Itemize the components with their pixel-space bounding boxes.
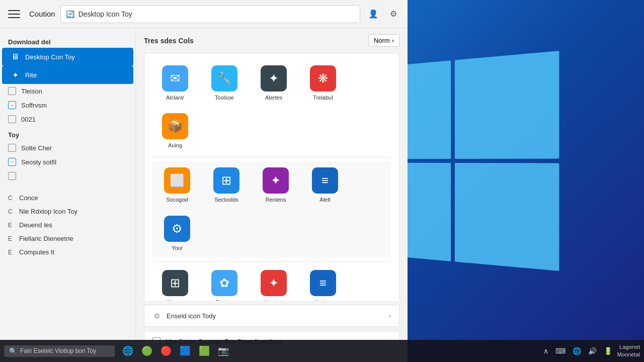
checkbox-seosty[interactable]: −	[8, 158, 16, 166]
app-icon-secloolds: ⊞	[213, 167, 239, 194]
bottom-item-enseld[interactable]: ⊙ Enseld icon Tody ›	[144, 305, 399, 327]
app-name-rentens: Rentens	[266, 197, 286, 203]
camera-icon: 📷	[218, 345, 229, 356]
sidebar-icon-1: 🖥	[10, 52, 20, 62]
search-icon: 🔄	[66, 10, 74, 18]
sidebar-checkbox-seosty[interactable]: − Seosty sotfil	[0, 155, 135, 169]
nav-label-nie: Nie Rdxtop Icon Toy	[19, 208, 77, 215]
apps-row-2: ⬜ Socogod ⊞ Secloolds ✦ Rentens ≡	[152, 161, 391, 257]
app-name-trelabul: Trelabul	[313, 95, 333, 101]
app-icon-toolsoe: 🔧	[211, 65, 237, 92]
taskbar-datetime: Lagorret Moonetal	[617, 343, 640, 359]
checkbox-empty[interactable]	[8, 172, 16, 180]
app-item-rentens[interactable]: ✦ Rentens	[253, 163, 298, 207]
app-icon-aloense: ✦	[261, 270, 287, 296]
taskbar-right: ∧ ⌨ 🌐 🔊 🔋 Lagorret Moonetal	[541, 343, 640, 359]
top-bar-actions: 👤 ⚙	[365, 6, 401, 22]
nav-icon-c1: C	[8, 195, 16, 202]
toy-category: Toy	[0, 126, 135, 141]
browser-icon: 🌐	[122, 345, 133, 356]
app-icon-norice: ≡	[310, 270, 336, 296]
search-input[interactable]	[78, 10, 355, 18]
taskbar-keyboard-icon[interactable]: ⌨	[553, 345, 568, 357]
main-content: Download del 🖥 Desktop Con Toy ✦ Rite Tl…	[0, 28, 408, 362]
sidebar-checkbox-soffrvsm[interactable]: − Soffrvsm	[0, 98, 135, 112]
taskbar-network-icon[interactable]: 🌐	[571, 345, 583, 357]
sidebar-nav-deuend[interactable]: E Deuend les	[0, 218, 135, 232]
grid-separator-1	[152, 157, 391, 157]
app-item-alclant[interactable]: ✉ Alclant/	[152, 61, 198, 105]
sidebar-checkbox-0021[interactable]: 0021	[0, 112, 135, 126]
nav-label-deuend: Deuend les	[19, 221, 52, 229]
taskbar-app-browser[interactable]: 🌐	[119, 342, 137, 360]
datetime-line2: Moonetal	[617, 351, 640, 358]
app-item-your[interactable]: ⚙ Your	[154, 212, 200, 255]
taskbar-search-text: Fain Esetelc Vlotlop bon Toy	[20, 347, 96, 354]
sidebar-label-2: Rite	[25, 71, 37, 79]
checkbox-0021[interactable]	[8, 115, 16, 123]
sidebar-icon-2: ✦	[10, 70, 20, 80]
section-title: Tres sdes Cols	[144, 37, 194, 45]
settings-icon-button[interactable]: ⚙	[385, 6, 401, 22]
taskbar: 🔍 Fain Esetelc Vlotlop bon Toy 🌐 🟢 🔴 🟦 🟩…	[0, 340, 644, 362]
apps-grid: ✉ Alclant/ 🔧 Toolsoe ✦ Alertes ❋	[144, 53, 399, 301]
cb-label-tleison: Tleison	[21, 87, 42, 95]
app-window: Coution 🔄 👤 ⚙ Download del 🖥 Desktop Con…	[0, 0, 408, 362]
app-item-socogod[interactable]: ⬜ Socogod	[154, 163, 200, 207]
app-item-norice[interactable]: ≡ Norice	[300, 266, 346, 301]
taskbar-battery-icon[interactable]: 🔋	[602, 345, 614, 357]
cb-label-solte-cher: Solte Cher	[21, 144, 52, 152]
nav-icon-e1: E	[8, 222, 16, 229]
checkbox-solte-cher[interactable]	[8, 144, 16, 152]
app-item-trelabul[interactable]: ❋ Trelabul	[300, 61, 346, 105]
taskbar-apps: 🌐 🟢 🔴 🟦 🟩 📷	[119, 342, 232, 360]
taskbar-up-arrow[interactable]: ∧	[541, 345, 550, 357]
sidebar-nav-computes[interactable]: E Computes It	[0, 245, 135, 259]
app-item-secloolds[interactable]: ⊞ Secloolds	[204, 163, 249, 207]
app-icon-recion: ✿	[211, 270, 237, 296]
user-icon-button[interactable]: 👤	[365, 6, 381, 22]
taskbar-volume-icon[interactable]: 🔊	[586, 345, 599, 357]
sidebar-item-desktop-icon-toy[interactable]: 🖥 Desktop Con Toy	[2, 48, 133, 66]
hamburger-button[interactable]	[6, 6, 22, 22]
taskbar-app-red[interactable]: 🔴	[157, 342, 175, 360]
sidebar-checkbox-solte-cher[interactable]: Solte Cher	[0, 141, 135, 155]
app-title: Coution	[29, 10, 55, 18]
sidebar-item-rite[interactable]: ✦ Rite	[2, 66, 133, 84]
datetime-line1: Lagorret	[617, 343, 640, 351]
norm-arrow: ›	[392, 37, 394, 44]
nav-icon-e2: E	[8, 235, 16, 242]
search-bar: 🔄	[60, 5, 360, 23]
app-item-recion[interactable]: ✿ Recion	[202, 266, 247, 301]
sidebar-nav-conce[interactable]: C Conce	[0, 191, 135, 205]
norm-button[interactable]: Norm ›	[368, 34, 399, 47]
app-icon-alertes: ✦	[261, 65, 287, 92]
checkbox-soffrvsm[interactable]: −	[8, 101, 16, 109]
sidebar-nav-fiellaric[interactable]: E Fiellaric Dieneetrie	[0, 232, 135, 245]
nav-icon-e3: E	[8, 249, 16, 256]
app-item-auing[interactable]: 📦 Auing	[152, 109, 198, 153]
right-panel: Tres sdes Cols Norm › ✉ Alclant/	[136, 28, 408, 362]
app-name-auing: Auing	[168, 142, 182, 149]
taskbar-app-green[interactable]: 🟢	[138, 342, 156, 360]
nav-icon-c2: C	[8, 208, 16, 215]
taskbar-app-camera[interactable]: 📷	[214, 342, 232, 360]
section-header: Tres sdes Cols Norm ›	[144, 34, 399, 47]
taskbar-search[interactable]: 🔍 Fain Esetelc Vlotlop bon Toy	[4, 345, 115, 357]
checkbox-tleison[interactable]	[8, 87, 16, 95]
app-item-aloense[interactable]: ✦ Aloense	[251, 266, 296, 301]
taskbar-app-blue[interactable]: 🟦	[176, 342, 194, 360]
taskbar-app-green2[interactable]: 🟩	[195, 342, 213, 360]
sidebar-checkbox-tleison[interactable]: Tleison	[0, 84, 135, 98]
app-item-alelt[interactable]: ≡ Alelt	[302, 163, 348, 207]
app-item-toolsoe[interactable]: 🔧 Toolsoe	[202, 61, 247, 105]
app-item-worree[interactable]: ⊞ Worree	[152, 266, 198, 301]
app-green2-icon: 🟩	[199, 345, 210, 356]
app-red-icon: 🔴	[160, 345, 172, 356]
cb-label-seosty: Seosty sotfil	[21, 158, 56, 166]
apps-row-3: ⊞ Worree ✿ Recion ✦ Aloense ≡	[152, 266, 391, 301]
app-item-alertes[interactable]: ✦ Alertes	[251, 61, 296, 105]
app-icon-socogod: ⬜	[164, 167, 190, 194]
sidebar-nav-nie-rdxtop[interactable]: C Nie Rdxtop Icon Toy	[0, 205, 135, 218]
sidebar-checkbox-empty[interactable]	[0, 169, 135, 183]
